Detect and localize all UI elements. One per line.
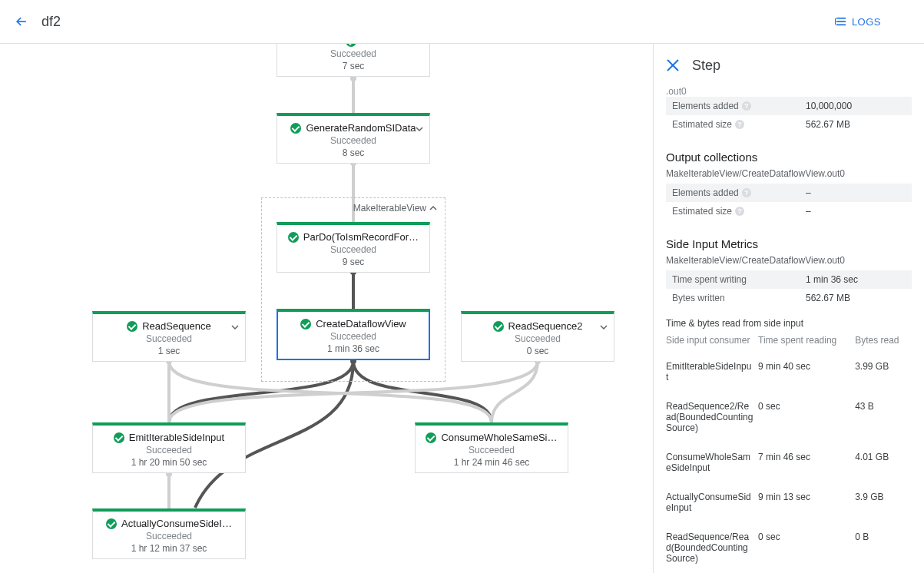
logs-icon	[835, 17, 847, 26]
graph-node[interactable]: ReadSequence Succeeded 1 sec	[92, 311, 246, 362]
cell-consumer: ReadSequence/Read(BoundedCountingSource)	[666, 521, 758, 571]
collection-name: MakeIterableView/CreateDataflowView.out0	[666, 255, 912, 266]
graph-node[interactable]: EmitIterableSideInput Succeeded 1 hr 20 …	[92, 422, 246, 473]
table-row: ReadSequence2/Read(BoundedCountingSource…	[666, 390, 912, 441]
node-time: 1 hr 20 min 50 sec	[101, 457, 237, 468]
table-header: Time spent reading	[758, 332, 855, 353]
node-status: Succeeded	[469, 333, 606, 344]
node-title: ReadSequence	[142, 320, 211, 332]
collection-name: MakeIterableView/CreateDataflowView.out0	[666, 168, 912, 179]
table-row: ReadSequence/Read(BoundedCountingSource)…	[666, 521, 912, 571]
node-status: Succeeded	[285, 135, 422, 146]
cell-time: 0 sec	[758, 390, 855, 441]
node-title: ActuallyConsumeSideI…	[121, 518, 232, 529]
node-title: ConsumeWholeSameSi…	[441, 432, 557, 443]
node-time: 7 sec	[285, 61, 422, 71]
subsection-heading: Time & bytes read from side input	[666, 318, 912, 329]
help-icon[interactable]: ?	[742, 101, 751, 111]
step-details-panel: Step .out0 Elements added? 10,000,000 Es…	[653, 44, 924, 573]
success-icon	[288, 232, 299, 243]
side-input-read-table: Side input consumer Time spent reading B…	[666, 332, 912, 571]
chevron-down-icon[interactable]	[231, 322, 239, 330]
cell-consumer: ConsumeWholeSameSideInput	[666, 441, 758, 481]
node-time: 1 sec	[101, 346, 237, 356]
group-label: MakeIterableView	[353, 203, 426, 214]
cell-consumer: ActuallyConsumeSideInput	[666, 481, 758, 521]
back-button[interactable]	[12, 12, 31, 31]
metric-value: 1 min 36 sec	[806, 274, 906, 285]
metric-value: –	[806, 206, 906, 217]
metric-value: 10,000,000	[806, 101, 906, 111]
section-heading: Output collections	[666, 151, 912, 164]
success-icon	[114, 432, 124, 443]
metric-label: Estimated size	[672, 206, 732, 217]
node-status: Succeeded	[101, 531, 237, 542]
node-time: 1 hr 24 min 46 sec	[423, 457, 560, 468]
node-status: Succeeded	[101, 445, 237, 455]
node-time: 9 sec	[285, 257, 422, 267]
node-title: CreateDataflowView	[316, 318, 406, 330]
node-status: Succeeded	[101, 333, 237, 344]
cell-time: 0 sec	[758, 521, 855, 571]
table-header: Bytes read	[855, 332, 912, 353]
success-icon	[346, 44, 356, 47]
cell-bytes: 3.9 GB	[855, 481, 912, 521]
graph-node[interactable]: GenerateRandomSIData Succeeded 8 sec	[277, 113, 430, 164]
node-time: 0 sec	[469, 346, 606, 356]
graph-node[interactable]: ActuallyConsumeSideI… Succeeded 1 hr 12 …	[92, 508, 246, 559]
cell-bytes: 43 B	[855, 390, 912, 441]
help-icon[interactable]: ?	[735, 120, 744, 129]
help-icon[interactable]: ?	[735, 207, 744, 216]
table-row: EmitIterableSideInput9 min 40 sec3.99 GB	[666, 353, 912, 390]
graph-node[interactable]: ParDo(ToIsmRecordFor… Succeeded 9 sec	[277, 222, 430, 273]
node-status: Succeeded	[285, 48, 422, 59]
node-title: GenerateRandomSIData	[306, 122, 416, 134]
node-status: Succeeded	[285, 244, 422, 255]
cell-bytes: 4.01 GB	[855, 441, 912, 481]
table-header: Side input consumer	[666, 332, 758, 353]
cell-bytes: 3.99 GB	[855, 353, 912, 390]
metric-label: Elements added	[672, 101, 739, 111]
metric-value: –	[806, 187, 906, 198]
graph-node[interactable]: ConsumeWholeSameSi… Succeeded 1 hr 24 mi…	[415, 422, 568, 473]
success-icon	[426, 432, 436, 443]
cell-bytes: 0 B	[855, 521, 912, 571]
node-title: EmitIterableSideInput	[129, 432, 224, 443]
graph-node[interactable]: Succeeded 7 sec	[277, 44, 430, 77]
help-icon[interactable]: ?	[742, 188, 751, 197]
cell-time: 7 min 46 sec	[758, 441, 855, 481]
success-icon	[493, 321, 504, 332]
cell-time: 9 min 40 sec	[758, 353, 855, 390]
close-button[interactable]	[666, 58, 681, 74]
node-time: 1 hr 12 min 37 sec	[101, 543, 237, 554]
success-icon	[290, 123, 301, 134]
metric-label: Time spent writing	[672, 274, 747, 285]
success-icon	[127, 321, 137, 332]
metric-label: Bytes written	[672, 293, 725, 303]
table-row: ActuallyConsumeSideInput9 min 13 sec3.9 …	[666, 481, 912, 521]
metric-value: 562.67 MB	[806, 119, 906, 130]
metric-label: Estimated size	[672, 119, 732, 130]
graph-node-selected[interactable]: CreateDataflowView Succeeded 1 min 36 se…	[277, 309, 430, 360]
chevron-up-icon	[429, 204, 437, 212]
logs-button[interactable]: LOGS	[835, 16, 881, 28]
success-icon	[300, 319, 311, 330]
panel-title: Step	[692, 58, 720, 74]
node-title: ParDo(ToIsmRecordFor…	[303, 231, 419, 243]
section-heading: Side Input Metrics	[666, 237, 912, 250]
node-time: 1 min 36 sec	[286, 343, 421, 354]
metric-label: Elements added	[672, 187, 739, 198]
success-icon	[106, 518, 117, 529]
chevron-down-icon[interactable]	[600, 322, 608, 330]
table-row: ConsumeWholeSameSideInput7 min 46 sec4.0…	[666, 441, 912, 481]
node-status: Succeeded	[423, 445, 560, 455]
cell-consumer: ReadSequence2/Read(BoundedCountingSource…	[666, 390, 758, 441]
pipeline-graph[interactable]: Succeeded 7 sec GenerateRandomSIData Suc…	[0, 44, 653, 573]
collection-name-truncated: .out0	[666, 88, 912, 97]
chevron-down-icon[interactable]	[416, 124, 423, 131]
node-title: ReadSequence2	[508, 320, 583, 332]
cell-time: 9 min 13 sec	[758, 481, 855, 521]
graph-node[interactable]: ReadSequence2 Succeeded 0 sec	[461, 311, 614, 362]
cell-consumer: EmitIterableSideInput	[666, 353, 758, 390]
metric-value: 562.67 MB	[806, 293, 906, 303]
